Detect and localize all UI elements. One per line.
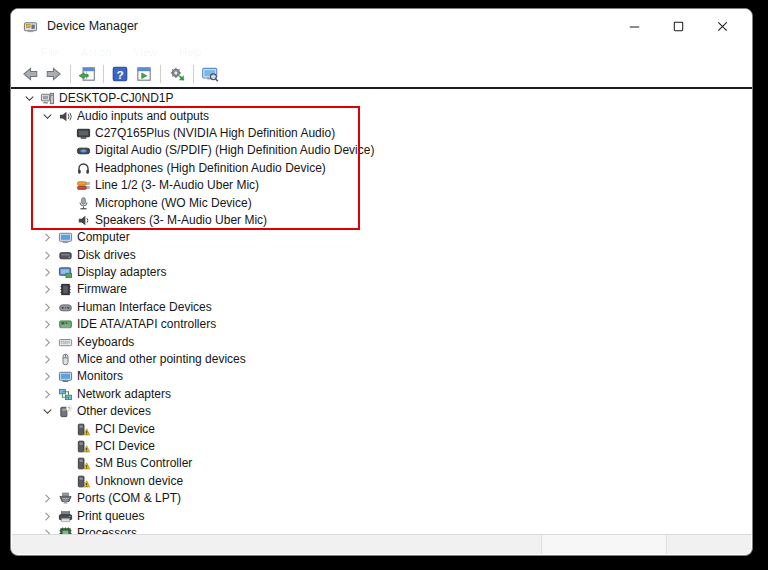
tree-item-label: Digital Audio (S/PDIF) (High Definition … <box>95 142 374 159</box>
chevron-right-icon[interactable] <box>40 509 55 524</box>
chevron-right-icon[interactable] <box>40 265 55 280</box>
tree-item[interactable]: Disk drives <box>12 247 751 264</box>
chevron-right-icon[interactable] <box>40 335 55 350</box>
chevron-spacer <box>58 213 73 228</box>
firmware-icon <box>58 282 73 297</box>
chevron-down-icon[interactable] <box>40 109 55 124</box>
help-icon: ? <box>111 65 129 83</box>
tree-item-label: Firmware <box>77 281 127 298</box>
minimize-button[interactable] <box>612 9 656 43</box>
tree-item-label: Headphones (High Definition Audio Device… <box>95 160 326 177</box>
tree-item-label: PCI Device <box>95 438 155 455</box>
toolbar-separator <box>103 65 104 83</box>
chevron-right-icon[interactable] <box>40 491 55 506</box>
chevron-right-icon[interactable] <box>40 230 55 245</box>
toolbar-separator <box>70 65 71 83</box>
tree-item[interactable]: PCI Device <box>12 420 751 437</box>
chevron-right-icon[interactable] <box>40 352 55 367</box>
tree-item[interactable]: ?Other devices <box>12 403 751 420</box>
tree-item-label: Ports (COM & LPT) <box>77 490 181 507</box>
tree-item[interactable]: Display adapters <box>12 264 751 281</box>
scan-for-hardware-changes-button[interactable] <box>165 62 189 86</box>
tree-item[interactable]: C27Q165Plus (NVIDIA High Definition Audi… <box>12 125 751 142</box>
tree-item[interactable]: Digital Audio (S/PDIF) (High Definition … <box>12 142 751 159</box>
menu-item-file[interactable]: File <box>41 46 59 58</box>
toolbar-separator <box>160 65 161 83</box>
unknown-category-icon: ? <box>58 404 73 419</box>
menu-item-help[interactable]: Help <box>179 46 202 58</box>
tree-item-label: Speakers (3- M-Audio Uber Mic) <box>95 212 267 229</box>
tree-item-label: DESKTOP-CJ0ND1P <box>59 90 173 107</box>
warning-device-icon <box>76 422 91 437</box>
menu-item-action[interactable]: Action <box>81 46 112 58</box>
spdif-icon <box>76 143 91 158</box>
maximize-button[interactable] <box>656 9 700 43</box>
tree-item[interactable]: Mice and other pointing devices <box>12 351 751 368</box>
tree-item[interactable]: Microphone (WO Mic Device) <box>12 194 751 211</box>
tree-item-label: SM Bus Controller <box>95 455 192 472</box>
properties-button[interactable] <box>132 62 156 86</box>
device-view-button[interactable] <box>198 62 222 86</box>
tree-item-label: Disk drives <box>77 247 136 264</box>
scan-hardware-icon <box>168 65 186 83</box>
tree-item[interactable]: Ports (COM & LPT) <box>12 490 751 507</box>
scrollbar-thumb[interactable] <box>541 535 667 554</box>
tree-item-label: C27Q165Plus (NVIDIA High Definition Audi… <box>95 125 335 142</box>
tree-item[interactable]: Print queues <box>12 507 751 524</box>
device-manager-icon <box>23 19 38 34</box>
tree-item[interactable]: IDE ATA/ATAPI controllers <box>12 316 751 333</box>
tree-item-label: Audio inputs and outputs <box>77 108 209 125</box>
chevron-spacer <box>58 474 73 489</box>
chevron-right-icon[interactable] <box>40 387 55 402</box>
chevron-right-icon[interactable] <box>40 369 55 384</box>
tree-item[interactable]: Audio inputs and outputs <box>12 107 751 124</box>
chevron-down-icon[interactable] <box>22 91 37 106</box>
forward-button[interactable] <box>42 62 66 86</box>
tree-item[interactable]: SM Bus Controller <box>12 455 751 472</box>
tree-item[interactable]: Line 1/2 (3- M-Audio Uber Mic) <box>12 177 751 194</box>
mouse-icon <box>58 352 73 367</box>
tree-item-label: Unknown device <box>95 473 183 490</box>
chevron-right-icon[interactable] <box>40 282 55 297</box>
tree-item[interactable]: PCI Device <box>12 438 751 455</box>
horizontal-scrollbar[interactable] <box>12 534 751 554</box>
chevron-right-icon[interactable] <box>40 317 55 332</box>
scrollbar-track-right[interactable] <box>667 535 751 554</box>
chevron-right-icon[interactable] <box>40 300 55 315</box>
tree-item[interactable]: Speakers (3- M-Audio Uber Mic) <box>12 212 751 229</box>
microphone-icon <box>76 196 91 211</box>
tree-item[interactable]: Human Interface Devices <box>12 299 751 316</box>
back-button[interactable] <box>18 62 42 86</box>
display-adapter-icon <box>58 265 73 280</box>
chevron-spacer <box>58 439 73 454</box>
back-arrow-icon <box>21 65 39 83</box>
chevron-spacer <box>58 422 73 437</box>
tree-item[interactable]: Headphones (High Definition Audio Device… <box>12 160 751 177</box>
tree-item[interactable]: Monitors <box>12 368 751 385</box>
tree-item[interactable]: Unknown device <box>12 473 751 490</box>
tree-item-label: Display adapters <box>77 264 166 281</box>
chevron-down-icon[interactable] <box>40 404 55 419</box>
tree-item[interactable]: Computer <box>12 229 751 246</box>
device-tree: DESKTOP-CJ0ND1PAudio inputs and outputsC… <box>12 89 751 535</box>
show-hide-console-tree-button[interactable] <box>75 62 99 86</box>
ide-controller-icon <box>58 317 73 332</box>
scrollbar-track-left[interactable] <box>12 535 541 554</box>
close-button[interactable] <box>700 9 744 43</box>
device-view-icon <box>201 65 219 83</box>
window-title: Device Manager <box>47 19 138 33</box>
tree-item-label: Print queues <box>77 508 144 525</box>
chevron-right-icon[interactable] <box>40 248 55 263</box>
toolbar: ? <box>11 61 752 87</box>
tree-item[interactable]: DESKTOP-CJ0ND1P <box>12 90 751 107</box>
printer-icon <box>58 509 73 524</box>
window-controls <box>612 9 752 43</box>
tree-item[interactable]: Network adapters <box>12 386 751 403</box>
menu-item-view[interactable]: View <box>133 46 157 58</box>
tree-item[interactable]: Keyboards <box>12 333 751 350</box>
hid-icon <box>58 300 73 315</box>
help-button[interactable]: ? <box>108 62 132 86</box>
tree-item[interactable]: Firmware <box>12 281 751 298</box>
chevron-spacer <box>58 178 73 193</box>
chevron-spacer <box>58 161 73 176</box>
